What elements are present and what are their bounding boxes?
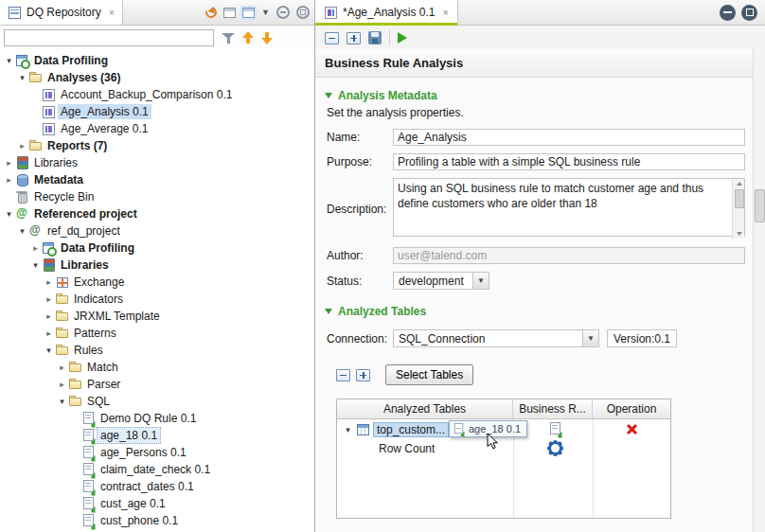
name-field[interactable] [393, 129, 745, 146]
minimize-icon[interactable] [276, 6, 290, 19]
move-down-icon[interactable] [261, 31, 273, 44]
tree-item[interactable]: ▾Analyses (36) [0, 69, 314, 86]
tree-item[interactable]: ▸Libraries [0, 154, 314, 171]
editor-scrollbar[interactable] [753, 49, 765, 532]
maximize-icon[interactable] [741, 5, 757, 21]
tree-item-label[interactable]: Match [84, 360, 121, 375]
tree-item[interactable]: ▸Exchange [0, 274, 314, 291]
collapsed-expander-icon[interactable]: ▸ [43, 277, 55, 287]
tree-item[interactable]: contract_dates 0.1 [0, 478, 314, 495]
gear-icon[interactable] [549, 442, 561, 454]
move-up-icon[interactable] [242, 31, 254, 44]
expanded-expander-icon[interactable]: ▾ [29, 260, 42, 270]
tree-item-label[interactable]: Parser [84, 377, 123, 392]
column-header[interactable]: Operation [593, 399, 670, 418]
table-row[interactable]: Row Count [337, 440, 670, 457]
tree-item[interactable]: ▾Rules [0, 342, 314, 359]
tree-item[interactable]: ▸Metadata [0, 171, 314, 188]
tree-item-label[interactable]: Metadata [31, 172, 86, 187]
tab-dq-repository[interactable]: DQ Repository × [0, 0, 123, 25]
collapsed-expander-icon[interactable]: ▸ [43, 311, 55, 321]
tree-item[interactable]: Recycle Bin [0, 188, 314, 205]
collapse-tables-icon[interactable] [336, 369, 350, 381]
close-icon[interactable]: × [442, 7, 448, 18]
tree-item-label[interactable]: ref_dq_project [44, 223, 123, 239]
tree-item-label[interactable]: Rules [71, 343, 106, 358]
menu-chevron-icon[interactable]: ▼ [261, 8, 270, 17]
collapsed-expander-icon[interactable]: ▸ [56, 363, 68, 372]
collapsed-expander-icon[interactable]: ▸ [43, 328, 55, 338]
expanded-expander-icon[interactable]: ▾ [3, 56, 15, 65]
tree-item[interactable]: Age_Analysis 0.1 [0, 103, 314, 120]
indicator-name[interactable]: Row Count [379, 442, 435, 455]
expanded-expander-icon[interactable]: ▾ [16, 226, 28, 236]
section-analysis-metadata[interactable]: Analysis Metadata [325, 89, 745, 102]
section-expand-icon[interactable] [325, 93, 332, 98]
save-icon[interactable] [368, 31, 382, 44]
connection-dropdown[interactable]: SQL_Connection ▼ [393, 329, 599, 347]
collapsed-expander-icon[interactable]: ▸ [29, 243, 42, 253]
column-header[interactable]: Analyzed Tables [337, 399, 513, 418]
tab-age-analysis[interactable]: *Age_Analysis 0.1 × [315, 0, 458, 25]
minimize-icon[interactable] [720, 5, 736, 21]
collapsed-expander-icon[interactable]: ▸ [3, 158, 15, 168]
tree-item[interactable]: ▸Data Profiling [0, 239, 314, 257]
tree-item[interactable]: cust_phone 0.1 [0, 512, 314, 529]
tree-item-label[interactable]: SQL [84, 394, 113, 409]
tree-item[interactable]: ▾Data Profiling [0, 52, 314, 69]
tree-item-label[interactable]: Age_Analysis 0.1 [58, 104, 151, 119]
tree-item[interactable]: Account_Backup_Comparison 0.1 [0, 86, 314, 103]
collapsed-expander-icon[interactable]: ▸ [43, 294, 55, 304]
status-dropdown[interactable]: development ▼ [393, 272, 489, 290]
tree-item-label[interactable]: Recycle Bin [31, 189, 97, 204]
tree-item[interactable]: ▾Referenced project [0, 205, 314, 222]
expanded-expander-icon[interactable]: ▾ [343, 425, 353, 434]
tree-item-label[interactable]: cust_phone 0.1 [98, 513, 181, 528]
new-view-icon[interactable] [223, 8, 236, 18]
tree-item-label[interactable]: claim_date_check 0.1 [98, 462, 213, 477]
tree-item-label[interactable]: Libraries [31, 155, 80, 170]
tree-item-label[interactable]: Indicators [71, 292, 126, 307]
expand-all-icon[interactable] [347, 32, 361, 44]
filter-input[interactable] [4, 29, 214, 46]
tree-item-label[interactable]: Data Profiling [58, 240, 137, 256]
tree-item[interactable]: ▸Reports (7) [0, 137, 314, 154]
tree-item-label[interactable]: JRXML Template [71, 309, 163, 324]
tree-item[interactable]: ▾Libraries [0, 257, 314, 274]
tree-item[interactable]: age_Persons 0.1 [0, 444, 314, 461]
expanded-expander-icon[interactable]: ▾ [43, 346, 55, 355]
tree-item-label[interactable]: Exchange [71, 275, 127, 290]
analyzed-table-name[interactable]: top_custom... [373, 422, 449, 437]
purpose-field[interactable] [393, 153, 745, 170]
tree-item[interactable]: ▾SQL [0, 393, 314, 410]
link-view-icon[interactable] [242, 8, 255, 18]
select-tables-button[interactable]: Select Tables [385, 364, 473, 385]
section-analyzed-tables[interactable]: Analyzed Tables [325, 305, 745, 318]
collapsed-expander-icon[interactable]: ▸ [56, 380, 68, 389]
refresh-icon[interactable] [204, 5, 219, 20]
chevron-down-icon[interactable]: ▼ [472, 273, 489, 289]
chevron-down-icon[interactable]: ▼ [582, 330, 598, 346]
tree-item-label[interactable]: age_18 0.1 [98, 428, 160, 443]
tree-item-label[interactable]: Data Profiling [31, 53, 111, 68]
tree-item[interactable]: ▸Parser [0, 376, 314, 393]
collapsed-expander-icon[interactable]: ▸ [16, 141, 28, 151]
tree-item[interactable]: ▸Patterns [0, 325, 314, 342]
tree-item-label[interactable]: Analyses (36) [44, 70, 123, 85]
expanded-expander-icon[interactable]: ▾ [3, 209, 15, 219]
tree-item[interactable]: age_18 0.1 [0, 427, 314, 444]
column-header[interactable]: Business R... [513, 399, 593, 418]
tree-item[interactable]: ▸Indicators [0, 291, 314, 308]
collapsed-expander-icon[interactable]: ▸ [3, 175, 15, 185]
tree-item[interactable]: Demo DQ Rule 0.1 [0, 410, 314, 427]
tree-item[interactable]: ▸Match [0, 359, 314, 376]
tree-item-label[interactable]: Patterns [71, 326, 119, 341]
tree-item-label[interactable]: Referenced project [31, 206, 140, 222]
tree-item[interactable]: Age_Average 0.1 [0, 120, 314, 137]
tree-item-label[interactable]: age_Persons 0.1 [98, 445, 189, 460]
description-field[interactable]: Using an SQL business rule to match cust… [393, 178, 745, 237]
maximize-icon[interactable] [296, 6, 310, 19]
close-icon[interactable]: × [109, 7, 115, 18]
tree-item-label[interactable]: Age_Average 0.1 [58, 121, 151, 136]
tree-item-label[interactable]: contract_dates 0.1 [98, 479, 197, 494]
